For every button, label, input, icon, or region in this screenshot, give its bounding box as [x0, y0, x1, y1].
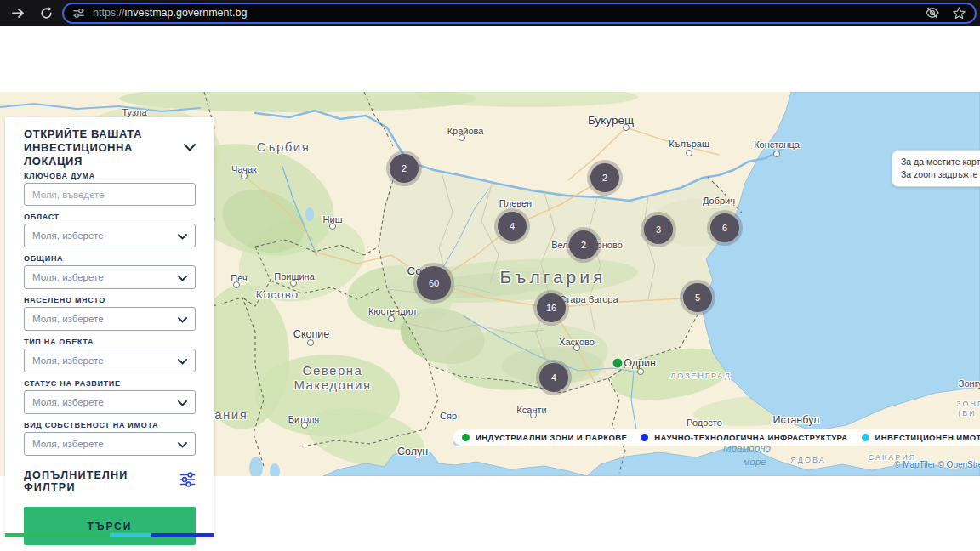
- city-dot-icon: [773, 151, 780, 157]
- cluster-count: 2: [602, 173, 607, 183]
- map-place-label: Родосто: [687, 418, 722, 428]
- map-place-label: Сърбия: [257, 139, 311, 154]
- map-place-label: България: [500, 267, 607, 287]
- legend-label: ИНДУСТРИАЛНИ ЗОНИ И ПАРКОВЕ: [476, 433, 627, 442]
- page: { "browser": { "url_scheme": "https://",…: [0, 0, 980, 551]
- select-dropdown[interactable]: Моля, изберете: [24, 432, 196, 456]
- bookmark-star-icon[interactable]: [952, 6, 966, 20]
- url-bar[interactable]: https://investmap.government.bg: [62, 3, 977, 24]
- cluster-count: 16: [546, 303, 556, 313]
- cluster-count: 60: [429, 278, 439, 288]
- url-text: https://investmap.government.bg: [93, 7, 248, 19]
- map-place-label: ЛОЗЕНГРАД: [670, 372, 732, 380]
- tooltip-line-1: За да местите картата: [901, 156, 980, 168]
- keyword-label: КЛЮЧОВА ДУМА: [24, 172, 196, 180]
- select-value: Моля, изберете: [32, 439, 104, 449]
- map-cluster-marker[interactable]: 2: [390, 154, 419, 183]
- cluster-count: 3: [656, 224, 661, 235]
- city-dot-icon: [388, 315, 395, 322]
- eye-off-icon[interactable]: [925, 5, 940, 20]
- collapse-chevron-icon[interactable]: [184, 139, 196, 155]
- city-dot-icon: [301, 422, 308, 429]
- city-dot-icon: [686, 150, 692, 156]
- map-place-label: Тузла: [122, 107, 146, 117]
- map-cluster-marker[interactable]: 60: [417, 266, 451, 300]
- select-dropdown[interactable]: Моля, изберете: [24, 390, 196, 414]
- city-dot-icon: [241, 173, 248, 179]
- map-cluster-marker[interactable]: 2: [569, 230, 598, 259]
- text-caret: [248, 7, 248, 19]
- chevron-down-icon: [178, 311, 187, 327]
- select-value: Моля, изберете: [32, 230, 104, 241]
- map-place-label: (ВИ: [958, 409, 976, 418]
- select-value: Моля, изберете: [32, 314, 104, 324]
- cluster-count: 2: [402, 163, 407, 173]
- map-place-label: Солун: [397, 446, 428, 457]
- map-place-label: Констанца: [754, 139, 800, 150]
- select-dropdown[interactable]: Моля, изберете: [24, 349, 196, 372]
- tricolor-green: [5, 533, 110, 537]
- filter-sliders-icon: [179, 472, 196, 491]
- city-dot-icon: [623, 124, 630, 131]
- map-place-label: Стара Загора: [559, 294, 618, 304]
- legend-item: НАУЧНО-ТЕХНОЛОГИЧНА ИНФРАСТРУКТУРА: [641, 433, 847, 442]
- map-cluster-marker[interactable]: 5: [683, 283, 712, 312]
- cluster-count: 4: [551, 372, 556, 383]
- select-value: Моля, изберете: [32, 355, 104, 366]
- industrial-zone-point[interactable]: [613, 359, 623, 368]
- brand-tricolor-bar: [5, 533, 214, 537]
- tooltip-line-2: За zoom задръжте Sh: [901, 168, 980, 181]
- filter-panel: ОТКРИЙТЕ ВАШАТА ИНВЕСТИЦИОННА ЛОКАЦИЯ КЛ…: [5, 117, 214, 537]
- map-place-label: Северна: [303, 363, 363, 378]
- city-dot-icon: [329, 223, 336, 230]
- reload-icon[interactable]: [39, 6, 54, 20]
- select-label: ОБЩИНА: [24, 254, 196, 263]
- select-label: ТИП НА ОБЕКТА: [24, 338, 196, 346]
- map-place-label: море: [743, 457, 766, 467]
- panel-title: ОТКРИЙТЕ ВАШАТА ИНВЕСТИЦИОННА ЛОКАЦИЯ: [24, 128, 160, 168]
- map-place-label: Крайова: [447, 126, 484, 136]
- tricolor-blue: [151, 533, 214, 537]
- search-button[interactable]: ТЪРСИ: [24, 507, 196, 545]
- city-dot-icon: [530, 412, 537, 418]
- map-place-label: ЗОНГ: [956, 400, 980, 408]
- browser-toolbar: https://investmap.government.bg: [0, 0, 980, 26]
- legend-item: ИНДУСТРИАЛНИ ЗОНИ И ПАРКОВЕ: [462, 433, 627, 442]
- map-cluster-marker[interactable]: 3: [644, 215, 673, 244]
- map-cluster-marker[interactable]: 6: [710, 213, 739, 242]
- select-dropdown[interactable]: Моля, изберете: [24, 307, 196, 331]
- map-place-label: Сяр: [440, 411, 457, 421]
- legend-label: ИНВЕСТИЦИОНЕН ИМОТ: [875, 433, 980, 442]
- chevron-down-icon: [178, 353, 187, 368]
- filter-selects: ОБЛАСТ Моля, изберете ОБЩИНА Моля, избер…: [24, 213, 196, 456]
- cluster-count: 4: [510, 221, 515, 231]
- select-dropdown[interactable]: Моля, изберете: [24, 224, 196, 247]
- forward-arrow-icon[interactable]: [11, 6, 26, 20]
- select-label: НАСЕЛЕНО МЯСТО: [24, 296, 196, 304]
- chevron-down-icon: [178, 436, 187, 452]
- chevron-down-icon: [178, 395, 187, 410]
- keyword-input[interactable]: [24, 183, 196, 206]
- legend-dot-icon: [641, 434, 648, 441]
- map-hint-tooltip: За да местите картата За zoom задръжте S…: [892, 150, 980, 187]
- legend-item: ИНВЕСТИЦИОНЕН ИМОТ: [862, 433, 980, 442]
- select-label: ОБЛАСТ: [24, 213, 196, 221]
- map-place-label: Одрин: [624, 357, 656, 369]
- additional-filters-toggle[interactable]: ДОПЪЛНИТЕЛНИ ФИЛТРИ: [24, 469, 196, 493]
- map-cluster-marker[interactable]: 2: [590, 163, 619, 192]
- city-dot-icon: [233, 281, 240, 288]
- map-attribution-link[interactable]: © MapTiler © OpenStreetMap: [894, 460, 980, 469]
- cluster-count: 5: [695, 293, 700, 303]
- select-value: Моля, изберете: [32, 272, 104, 282]
- map-cluster-marker[interactable]: 4: [539, 363, 568, 392]
- city-dot-icon: [637, 368, 644, 375]
- map-place-label: Кълъраш: [669, 139, 709, 149]
- map-cluster-marker[interactable]: 4: [498, 212, 527, 241]
- select-dropdown[interactable]: Моля, изберете: [24, 265, 196, 289]
- legend-dot-icon: [462, 434, 470, 441]
- legend-dot-icon: [862, 434, 869, 441]
- map-legend: ИНДУСТРИАЛНИ ЗОНИ И ПАРКОВЕ НАУЧНО-ТЕХНО…: [453, 429, 980, 446]
- select-label: СТАТУС НА РАЗВИТИЕ: [24, 379, 196, 388]
- legend-label: НАУЧНО-ТЕХНОЛОГИЧНА ИНФРАСТРУКТУРА: [654, 433, 847, 442]
- map-cluster-marker[interactable]: 16: [537, 293, 566, 322]
